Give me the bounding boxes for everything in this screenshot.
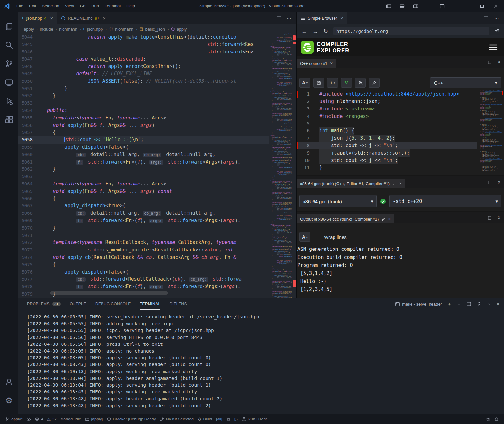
close-window-icon[interactable] bbox=[493, 4, 498, 9]
code-line[interactable]: 5070 } bbox=[18, 224, 269, 232]
menu-selection[interactable]: Selection bbox=[39, 0, 62, 12]
panel-tab-gitlens[interactable]: GITLENS bbox=[170, 298, 187, 310]
code-line[interactable]: 5066 { bbox=[18, 195, 269, 203]
tab-simple-browser[interactable]: Simple Browser × bbox=[297, 12, 347, 24]
split-editor-right-icon[interactable] bbox=[483, 16, 489, 21]
panel-tab-debug-console[interactable]: DEBUG CONSOLE bbox=[95, 298, 131, 310]
add-button[interactable]: +▾ bbox=[327, 78, 338, 88]
code-line[interactable]: 5059 apply_dispatch<false>( bbox=[18, 144, 269, 151]
editor-tab-json.hpp[interactable]: Cjson.hpp4× bbox=[18, 12, 57, 24]
extensions-icon[interactable] bbox=[0, 110, 18, 129]
browser-code-line[interactable]: 7 json j{5, 3, 1, 4, 2}; bbox=[297, 135, 477, 142]
status-warnings-count[interactable]: ⚠27 bbox=[45, 417, 59, 422]
menu-go[interactable]: Go bbox=[77, 0, 88, 12]
terminal-task-select[interactable]: make - serve_header bbox=[395, 302, 442, 306]
breadcrumb-item-nlohmann[interactable]: {}nlohmann bbox=[109, 27, 134, 32]
code-line[interactable]: 5077 cb: std::forward<ResultCallback>(cb… bbox=[18, 276, 269, 283]
overview-ruler[interactable] bbox=[292, 33, 296, 298]
maximize-icon[interactable] bbox=[480, 4, 485, 9]
code-editor[interactable]: 5044 return apply_make_tuple<ConstThis>(… bbox=[18, 33, 296, 298]
code-line[interactable]: 5056 void apply(Fn&& f, Args&& ... args) bbox=[18, 122, 269, 129]
remote-explorer-icon[interactable] bbox=[0, 73, 18, 92]
code-line[interactable]: 5073 std::is_member_pointer<ResultCallba… bbox=[18, 246, 269, 254]
code-line[interactable]: 5076 apply_dispatch<false>( bbox=[18, 269, 269, 276]
source-control-icon[interactable] bbox=[0, 54, 18, 73]
code-line[interactable]: 5074 void apply_cb(ResultCallback && cb,… bbox=[18, 254, 269, 261]
menu-help[interactable]: Help bbox=[123, 0, 138, 12]
search-icon[interactable] bbox=[0, 36, 18, 54]
split-editor-icon[interactable] bbox=[276, 16, 282, 21]
editor-tab-README.md[interactable]: README.md9+× bbox=[57, 12, 110, 24]
close-source-pane-tab-icon[interactable]: × bbox=[330, 61, 333, 66]
breadcrumb-item-json.hpp[interactable]: Cjson.hpp bbox=[83, 27, 103, 32]
compiler-pane-tab[interactable]: x86-64 gcc (trunk) (C++, Editor #1, Comp… bbox=[297, 179, 405, 188]
reload-icon[interactable]: ↻ bbox=[323, 28, 328, 35]
code-line[interactable]: 5051 } bbox=[18, 85, 269, 92]
browser-minimap[interactable]: #include <https://localhost:8443/apply/j… bbox=[480, 90, 502, 173]
maximize-panel-icon[interactable] bbox=[487, 302, 491, 306]
status-notifications[interactable] bbox=[492, 417, 501, 422]
open-external-icon[interactable] bbox=[494, 29, 499, 34]
code-line[interactable]: 5048 return apply_error<ConstThis>(); bbox=[18, 63, 269, 70]
close-compiler-tab-icon[interactable]: × bbox=[399, 181, 402, 186]
browser-code-line[interactable]: 3#include <iostream> bbox=[297, 105, 477, 113]
breadcrumb-item-apply[interactable]: apply bbox=[24, 27, 34, 32]
breadcrumb-item-include[interactable]: include bbox=[40, 27, 53, 32]
code-line[interactable]: 5061 f: std::forward<Fn>(f), args: std::… bbox=[18, 158, 269, 166]
browser-code-line[interactable]: 6int main() { bbox=[297, 127, 477, 135]
zoom-button[interactable] bbox=[355, 78, 366, 88]
minimap[interactable]: return apply_make_tuple<ConstThis>(detai… bbox=[269, 33, 292, 298]
accounts-icon[interactable] bbox=[0, 372, 18, 391]
panel-tab-output[interactable]: OUTPUT bbox=[70, 298, 86, 310]
panel-tab-problems[interactable]: PROBLEMS31 bbox=[27, 298, 61, 310]
breadcrumb-item-nlohmann[interactable]: nlohmann bbox=[59, 27, 77, 32]
wrap-lines-checkbox[interactable] bbox=[315, 235, 319, 239]
browser-code-line[interactable]: 9 j.apply(std::ranges::sort); bbox=[297, 149, 477, 157]
code-line[interactable]: 5046 std::forward<Fn> bbox=[18, 48, 269, 56]
close-browser-tab-icon[interactable]: × bbox=[340, 15, 343, 21]
browser-code-editor[interactable]: 1#include <https://localhost:8443/apply/… bbox=[297, 90, 477, 174]
rename-pane-icon[interactable] bbox=[392, 182, 396, 186]
status-cmake-build[interactable]: ⚙Build bbox=[196, 417, 214, 422]
status-publish-changes[interactable] bbox=[24, 417, 33, 421]
editor-more-actions-icon[interactable]: ⋯ bbox=[287, 16, 291, 21]
run-debug-icon[interactable] bbox=[0, 92, 18, 110]
code-line[interactable]: 5054 public: bbox=[18, 107, 269, 114]
menu-terminal[interactable]: Terminal bbox=[102, 0, 123, 12]
vim-mode-button[interactable]: V bbox=[341, 78, 352, 88]
code-line[interactable]: 5045 std::forward<Res bbox=[18, 41, 269, 48]
code-line[interactable]: 5053 bbox=[18, 99, 269, 107]
browser-code-line[interactable]: 4#include <ranges> bbox=[297, 113, 477, 120]
close-tab-icon[interactable]: × bbox=[103, 15, 106, 21]
status-git-branch[interactable]: apply* bbox=[3, 417, 24, 421]
maximize-pane-icon[interactable] bbox=[487, 215, 492, 220]
close-output-tab-icon[interactable]: × bbox=[388, 216, 391, 221]
code-line[interactable]: 5057 { bbox=[18, 129, 269, 136]
browser-code-line[interactable]: 2using nlohmann::json; bbox=[297, 98, 477, 105]
maximize-pane-icon[interactable] bbox=[487, 60, 492, 65]
status-cmake-build-target[interactable]: [all] bbox=[214, 417, 224, 421]
compiler-explorer-logo[interactable] bbox=[301, 41, 314, 54]
output-pane-tab[interactable]: Output of x86-64 gcc (trunk) (Compiler #… bbox=[297, 214, 394, 223]
compiler-options-input[interactable]: -std=c++20▾ bbox=[389, 195, 501, 207]
pin-button[interactable] bbox=[369, 78, 380, 88]
code-line[interactable]: 5063 bbox=[18, 173, 269, 180]
code-line[interactable]: 5067 apply_dispatch<true>( bbox=[18, 202, 269, 210]
code-line[interactable]: 5078 f: std::forward<Fn>(f), args: std::… bbox=[18, 283, 269, 290]
code-line[interactable]: 5072 template<typename ResultCallback, t… bbox=[18, 239, 269, 246]
code-line[interactable]: 5052 } bbox=[18, 92, 269, 99]
status-cmake-status[interactable]: CMake: [Debug]: Ready bbox=[105, 417, 158, 421]
close-tab-icon[interactable]: × bbox=[50, 15, 53, 21]
browser-code-line[interactable]: 5 bbox=[297, 120, 477, 127]
compiler-select[interactable]: x86-64 gcc (trunk)▾ bbox=[299, 195, 377, 207]
status-cmake-launch[interactable]: ▷ bbox=[233, 417, 240, 422]
code-line[interactable]: 5069 f: std::forward<Fn>(f), args: std::… bbox=[18, 217, 269, 224]
close-panel-icon[interactable]: × bbox=[496, 301, 499, 307]
url-input[interactable]: https://godbolt.org bbox=[333, 27, 489, 35]
breadcrumb-item-basic_json[interactable]: basic_json bbox=[139, 27, 165, 32]
rename-pane-icon[interactable] bbox=[381, 217, 385, 221]
code-line[interactable]: 5075 { bbox=[18, 261, 269, 269]
new-terminal-icon[interactable]: ＋ bbox=[447, 302, 451, 306]
browser-more-actions-icon[interactable]: ⋯ bbox=[494, 16, 499, 21]
code-line[interactable]: 5058 std::cout << "Hello :-)\n"; bbox=[18, 136, 269, 144]
